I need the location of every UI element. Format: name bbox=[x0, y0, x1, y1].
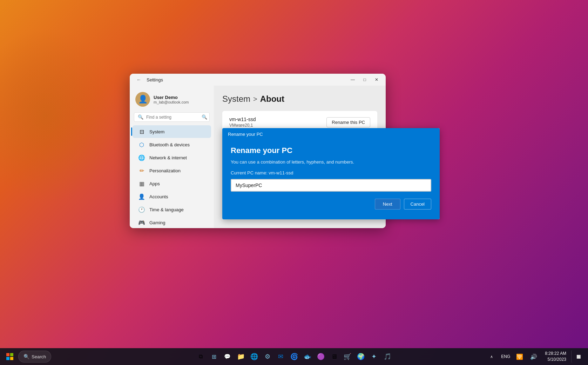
dialog-heading: Rename your PC bbox=[231, 146, 431, 155]
rename-dialog: Rename your PC Rename your PC You can us… bbox=[222, 128, 440, 219]
dialog-buttons: Next Cancel bbox=[231, 199, 431, 210]
dialog-title-text: Rename your PC bbox=[228, 132, 263, 137]
new-pc-name-input[interactable] bbox=[231, 179, 431, 192]
dialog-current-name: Current PC name: vm-w11-ssd bbox=[231, 170, 431, 175]
rename-dialog-wrapper: Rename your PC Rename your PC You can us… bbox=[0, 0, 588, 365]
dialog-title-bar: Rename your PC bbox=[222, 128, 440, 140]
next-button[interactable]: Next bbox=[375, 199, 400, 210]
dialog-description: You can use a combination of letters, hy… bbox=[231, 159, 431, 165]
cancel-button[interactable]: Cancel bbox=[404, 199, 431, 210]
desktop: ← Settings — □ ✕ 👤 bbox=[0, 0, 588, 365]
dialog-body: Rename your PC You can use a combination… bbox=[222, 140, 440, 219]
